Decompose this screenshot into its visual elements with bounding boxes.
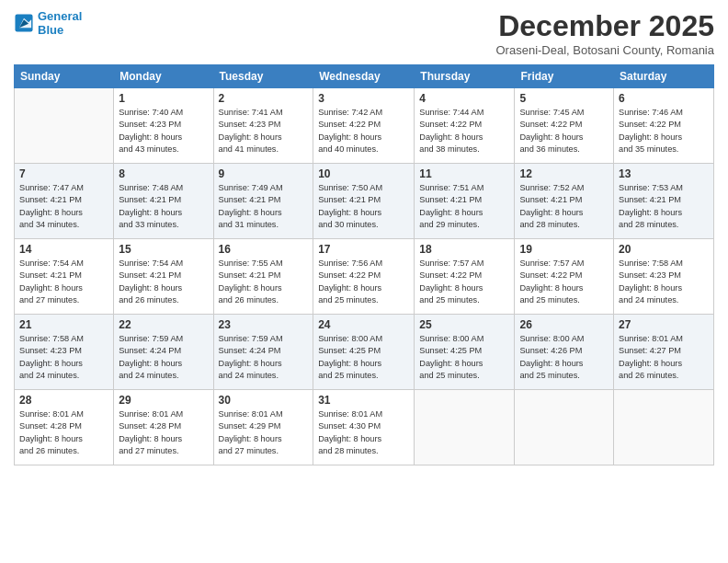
calendar-cell: 3Sunrise: 7:42 AM Sunset: 4:22 PM Daylig… [313, 88, 415, 164]
day-number: 4 [419, 92, 509, 105]
day-info: Sunrise: 7:48 AM Sunset: 4:21 PM Dayligh… [119, 182, 208, 231]
calendar-week-row: 21Sunrise: 7:58 AM Sunset: 4:23 PM Dayli… [15, 315, 714, 390]
calendar-cell: 23Sunrise: 7:59 AM Sunset: 4:24 PM Dayli… [213, 315, 313, 390]
day-info: Sunrise: 8:01 AM Sunset: 4:28 PM Dayligh… [119, 408, 208, 457]
day-info: Sunrise: 7:59 AM Sunset: 4:24 PM Dayligh… [219, 333, 309, 382]
calendar-day-header: Wednesday [313, 65, 415, 88]
calendar-day-header: Sunday [15, 65, 114, 88]
calendar-cell: 16Sunrise: 7:55 AM Sunset: 4:21 PM Dayli… [213, 239, 313, 315]
day-number: 29 [119, 394, 208, 407]
day-info: Sunrise: 7:50 AM Sunset: 4:21 PM Dayligh… [318, 182, 409, 231]
calendar-cell: 6Sunrise: 7:46 AM Sunset: 4:22 PM Daylig… [614, 88, 714, 164]
day-info: Sunrise: 7:40 AM Sunset: 4:23 PM Dayligh… [119, 107, 208, 155]
calendar-day-header: Friday [515, 65, 614, 88]
calendar-cell: 22Sunrise: 7:59 AM Sunset: 4:24 PM Dayli… [114, 315, 213, 390]
logo-text: General Blue [38, 9, 82, 37]
calendar-cell: 21Sunrise: 7:58 AM Sunset: 4:23 PM Dayli… [15, 315, 114, 390]
calendar-cell: 2Sunrise: 7:41 AM Sunset: 4:23 PM Daylig… [213, 88, 313, 164]
day-info: Sunrise: 7:57 AM Sunset: 4:22 PM Dayligh… [519, 258, 609, 306]
day-number: 21 [19, 318, 108, 331]
calendar-day-header: Thursday [415, 65, 515, 88]
calendar-cell [415, 390, 515, 465]
day-info: Sunrise: 7:58 AM Sunset: 4:23 PM Dayligh… [619, 258, 709, 306]
day-number: 1 [119, 92, 208, 105]
day-number: 27 [619, 318, 709, 331]
day-info: Sunrise: 7:46 AM Sunset: 4:22 PM Dayligh… [619, 107, 709, 155]
day-number: 12 [519, 167, 609, 180]
day-info: Sunrise: 7:41 AM Sunset: 4:23 PM Dayligh… [219, 107, 309, 155]
day-number: 13 [619, 167, 709, 180]
calendar-cell [15, 88, 114, 164]
day-number: 22 [119, 318, 208, 331]
day-number: 17 [318, 243, 409, 256]
day-number: 24 [318, 318, 409, 331]
calendar-cell: 5Sunrise: 7:45 AM Sunset: 4:22 PM Daylig… [515, 88, 614, 164]
header: General Blue December 2025 Oraseni-Deal,… [14, 9, 714, 57]
day-info: Sunrise: 7:58 AM Sunset: 4:23 PM Dayligh… [19, 333, 108, 382]
calendar-table: SundayMondayTuesdayWednesdayThursdayFrid… [14, 64, 714, 465]
calendar-week-row: 28Sunrise: 8:01 AM Sunset: 4:28 PM Dayli… [15, 390, 714, 465]
calendar-week-row: 14Sunrise: 7:54 AM Sunset: 4:21 PM Dayli… [15, 239, 714, 315]
day-number: 11 [419, 167, 509, 180]
day-info: Sunrise: 7:53 AM Sunset: 4:21 PM Dayligh… [619, 182, 709, 231]
calendar-cell: 27Sunrise: 8:01 AM Sunset: 4:27 PM Dayli… [614, 315, 714, 390]
day-number: 9 [219, 167, 309, 180]
calendar-cell: 20Sunrise: 7:58 AM Sunset: 4:23 PM Dayli… [614, 239, 714, 315]
calendar-week-row: 1Sunrise: 7:40 AM Sunset: 4:23 PM Daylig… [15, 88, 714, 164]
calendar-cell: 25Sunrise: 8:00 AM Sunset: 4:25 PM Dayli… [415, 315, 515, 390]
day-info: Sunrise: 8:00 AM Sunset: 4:25 PM Dayligh… [419, 333, 509, 382]
calendar-cell [614, 390, 714, 465]
calendar-cell: 18Sunrise: 7:57 AM Sunset: 4:22 PM Dayli… [415, 239, 515, 315]
day-number: 7 [19, 167, 108, 180]
day-info: Sunrise: 7:45 AM Sunset: 4:22 PM Dayligh… [519, 107, 609, 155]
calendar-day-header: Monday [114, 65, 213, 88]
day-info: Sunrise: 7:51 AM Sunset: 4:21 PM Dayligh… [419, 182, 509, 231]
day-info: Sunrise: 7:47 AM Sunset: 4:21 PM Dayligh… [19, 182, 108, 231]
calendar-cell: 29Sunrise: 8:01 AM Sunset: 4:28 PM Dayli… [114, 390, 213, 465]
day-info: Sunrise: 7:49 AM Sunset: 4:21 PM Dayligh… [219, 182, 309, 231]
day-number: 2 [219, 92, 309, 105]
day-number: 20 [619, 243, 709, 256]
calendar-cell: 13Sunrise: 7:53 AM Sunset: 4:21 PM Dayli… [614, 164, 714, 239]
calendar-cell: 14Sunrise: 7:54 AM Sunset: 4:21 PM Dayli… [15, 239, 114, 315]
day-info: Sunrise: 8:00 AM Sunset: 4:26 PM Dayligh… [519, 333, 609, 382]
day-number: 23 [219, 318, 309, 331]
calendar-day-header: Tuesday [213, 65, 313, 88]
calendar-cell: 9Sunrise: 7:49 AM Sunset: 4:21 PM Daylig… [213, 164, 313, 239]
calendar-cell: 7Sunrise: 7:47 AM Sunset: 4:21 PM Daylig… [15, 164, 114, 239]
day-info: Sunrise: 8:00 AM Sunset: 4:25 PM Dayligh… [318, 333, 409, 382]
day-number: 31 [318, 394, 409, 407]
day-info: Sunrise: 7:54 AM Sunset: 4:21 PM Dayligh… [19, 258, 108, 306]
day-number: 26 [519, 318, 609, 331]
location: Oraseni-Deal, Botosani County, Romania [496, 43, 715, 57]
calendar-week-row: 7Sunrise: 7:47 AM Sunset: 4:21 PM Daylig… [15, 164, 714, 239]
calendar-cell: 11Sunrise: 7:51 AM Sunset: 4:21 PM Dayli… [415, 164, 515, 239]
calendar-cell: 8Sunrise: 7:48 AM Sunset: 4:21 PM Daylig… [114, 164, 213, 239]
calendar-cell: 4Sunrise: 7:44 AM Sunset: 4:22 PM Daylig… [415, 88, 515, 164]
day-number: 16 [219, 243, 309, 256]
day-info: Sunrise: 7:54 AM Sunset: 4:21 PM Dayligh… [119, 258, 208, 306]
day-info: Sunrise: 8:01 AM Sunset: 4:29 PM Dayligh… [219, 408, 309, 457]
logo-icon [14, 13, 34, 33]
calendar-cell: 24Sunrise: 8:00 AM Sunset: 4:25 PM Dayli… [313, 315, 415, 390]
page: General Blue December 2025 Oraseni-Deal,… [0, 0, 728, 563]
calendar-cell: 12Sunrise: 7:52 AM Sunset: 4:21 PM Dayli… [515, 164, 614, 239]
calendar-day-header: Saturday [614, 65, 714, 88]
day-number: 19 [519, 243, 609, 256]
day-info: Sunrise: 7:42 AM Sunset: 4:22 PM Dayligh… [318, 107, 409, 155]
logo: General Blue [14, 9, 82, 37]
day-info: Sunrise: 8:01 AM Sunset: 4:28 PM Dayligh… [19, 408, 108, 457]
day-info: Sunrise: 7:44 AM Sunset: 4:22 PM Dayligh… [419, 107, 509, 155]
day-info: Sunrise: 8:01 AM Sunset: 4:30 PM Dayligh… [318, 408, 409, 457]
calendar-cell [515, 390, 614, 465]
day-number: 25 [419, 318, 509, 331]
day-info: Sunrise: 7:56 AM Sunset: 4:22 PM Dayligh… [318, 258, 409, 306]
day-number: 18 [419, 243, 509, 256]
day-number: 28 [19, 394, 108, 407]
day-number: 30 [219, 394, 309, 407]
day-info: Sunrise: 7:52 AM Sunset: 4:21 PM Dayligh… [519, 182, 609, 231]
day-number: 10 [318, 167, 409, 180]
day-info: Sunrise: 7:55 AM Sunset: 4:21 PM Dayligh… [219, 258, 309, 306]
month-title: December 2025 [496, 9, 715, 43]
calendar-cell: 17Sunrise: 7:56 AM Sunset: 4:22 PM Dayli… [313, 239, 415, 315]
